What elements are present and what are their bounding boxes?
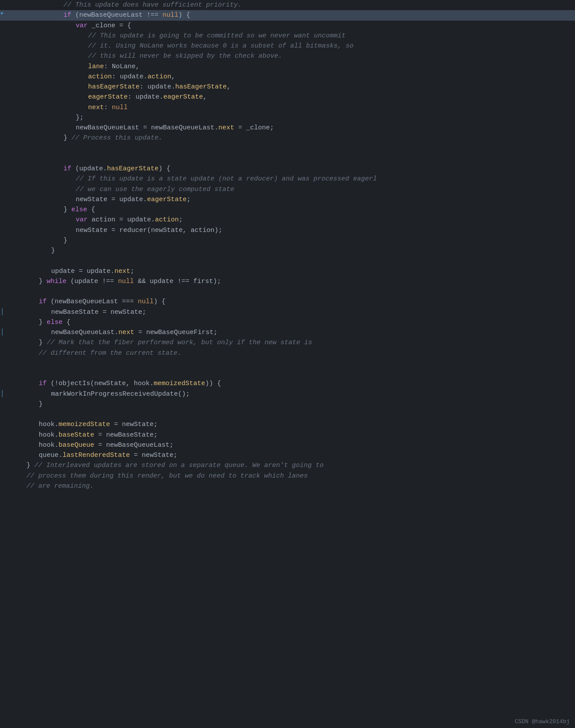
line-content: action: update.action,: [26, 72, 575, 82]
code-line: // this will never be skipped by the che…: [0, 51, 575, 61]
token-property: action: [147, 73, 171, 81]
line-content: } else {: [26, 317, 575, 327]
line-gutter: │: [0, 307, 26, 317]
token-property: next: [88, 104, 104, 111]
token-plain: }: [39, 319, 47, 326]
token-property: eagerState: [88, 93, 128, 101]
code-line: if (update.hasEagerState) {: [0, 164, 575, 174]
token-comment: // we can use the eagerly computed state: [76, 186, 234, 193]
line-content: // are remaining.: [26, 481, 575, 491]
line-marker: │: [0, 327, 4, 337]
code-line: if (newBaseQueueLast === null) {: [0, 297, 575, 307]
line-gutter: ►: [0, 10, 26, 17]
token-property: action: [88, 73, 112, 81]
token-plain: ,: [227, 83, 231, 91]
code-line: } // Interleaved updates are stored on a…: [0, 460, 575, 471]
line-gutter: │: [0, 327, 26, 337]
token-plain: ,: [171, 73, 175, 81]
token-plain: : NoLane,: [104, 63, 140, 70]
token-null: null: [162, 11, 178, 19]
line-content: var _clone = {: [26, 21, 575, 31]
token-plain: }: [63, 134, 71, 142]
line-content: [26, 287, 575, 297]
token-property: lastRenderedState: [63, 452, 130, 459]
line-content: [26, 154, 575, 164]
code-line: } while (update !== null && update !== f…: [0, 276, 575, 287]
token-plain: action = update.: [88, 216, 155, 224]
token-plain: = newBaseQueueLast;: [94, 441, 173, 449]
token-keyword: var: [76, 216, 88, 224]
token-plain: = _clone;: [234, 124, 274, 132]
token-plain: }: [39, 401, 43, 408]
token-keyword: else: [47, 319, 63, 326]
line-content: // This update does have sufficient prio…: [26, 0, 575, 10]
token-comment: // this will never be skipped by the che…: [88, 52, 282, 60]
token-plain: newState = reducer(newState, action);: [76, 227, 222, 234]
line-content: newState = reducer(newState, action);: [26, 225, 575, 235]
token-keyword: else: [71, 206, 87, 213]
line-content: queue.lastRenderedState = newState;: [26, 450, 575, 460]
token-plain: (update !==: [66, 278, 118, 285]
line-content: } else {: [26, 205, 575, 215]
token-comment: // This update does have sufficient prio…: [63, 1, 242, 9]
code-line: queue.lastRenderedState = newState;: [0, 450, 575, 460]
watermark-text: CSDN @hawk2014bj: [515, 718, 570, 725]
token-plain: = newBaseState;: [94, 431, 158, 439]
line-content: hook.memoizedState = newState;: [26, 419, 575, 430]
token-plain: : update.: [140, 83, 175, 91]
code-line: │markWorkInProgressReceivedUpdate();: [0, 389, 575, 399]
token-comment: // Process this update.: [71, 134, 162, 142]
token-comment: // different from the current state.: [39, 349, 181, 357]
code-editor: // This update does have sufficient prio…: [0, 0, 575, 491]
token-plain: && update !== first);: [134, 278, 221, 285]
token-plain: ) {: [154, 298, 166, 305]
code-line: update = update.next;: [0, 266, 575, 276]
line-content: [26, 409, 575, 419]
token-plain: newBaseQueueLast.: [51, 329, 118, 336]
token-plain: }: [63, 237, 67, 244]
code-line: // different from the current state.: [0, 348, 575, 358]
token-plain: (!objectIs(newState, hook.: [47, 380, 154, 387]
line-content: hook.baseQueue = newBaseQueueLast;: [26, 440, 575, 450]
token-property: next: [118, 329, 134, 336]
code-line: // are remaining.: [0, 481, 575, 491]
token-property: eagerState: [163, 93, 203, 101]
token-property: next: [114, 268, 130, 275]
token-property: hasEagerState: [107, 165, 158, 173]
token-plain: _clone = {: [88, 22, 131, 29]
line-content: if (!objectIs(newState, hook.memoizedSta…: [26, 379, 575, 389]
line-marker: ►: [0, 10, 4, 17]
token-property: lane: [88, 63, 104, 70]
line-content: [26, 368, 575, 379]
code-line: [0, 358, 575, 368]
token-property: hasEagerState: [175, 83, 227, 91]
code-line: // This update does have sufficient prio…: [0, 0, 575, 10]
code-line: [0, 368, 575, 379]
token-plain: newBaseQueueLast = newBaseQueueLast.: [76, 124, 218, 132]
token-null: null: [118, 278, 134, 285]
line-content: } while (update !== null && update !== f…: [26, 276, 575, 287]
token-keyword: if: [63, 11, 71, 19]
token-keyword: while: [47, 278, 66, 285]
token-null: null: [112, 104, 128, 111]
token-plain: : update.: [112, 73, 147, 81]
line-marker: │: [0, 307, 4, 317]
code-line: [0, 143, 575, 154]
code-line: } // Mark that the fiber performed work,…: [0, 338, 575, 348]
token-plain: }: [63, 206, 71, 213]
line-content: // This update is going to be committed …: [26, 31, 575, 41]
code-line: hook.baseState = newBaseState;: [0, 430, 575, 440]
code-line: newBaseQueueLast = newBaseQueueLast.next…: [0, 123, 575, 133]
token-keyword: if: [39, 298, 47, 305]
token-comment: // If this update is a state update (not…: [76, 175, 377, 183]
line-content: }: [26, 235, 575, 246]
line-content: }: [26, 246, 575, 256]
line-content: // it. Using NoLane works because 0 is a…: [26, 41, 575, 51]
token-plain: = newBaseQueueFirst;: [134, 329, 217, 336]
code-line: │newBaseQueueLast.next = newBaseQueueFir…: [0, 327, 575, 338]
line-content: } // Process this update.: [26, 133, 575, 143]
code-line: next: null: [0, 103, 575, 113]
token-plain: hook.: [39, 441, 59, 449]
code-line: lane: NoLane,: [0, 62, 575, 72]
code-line: ►if (newBaseQueueLast !== null) {: [0, 10, 575, 20]
